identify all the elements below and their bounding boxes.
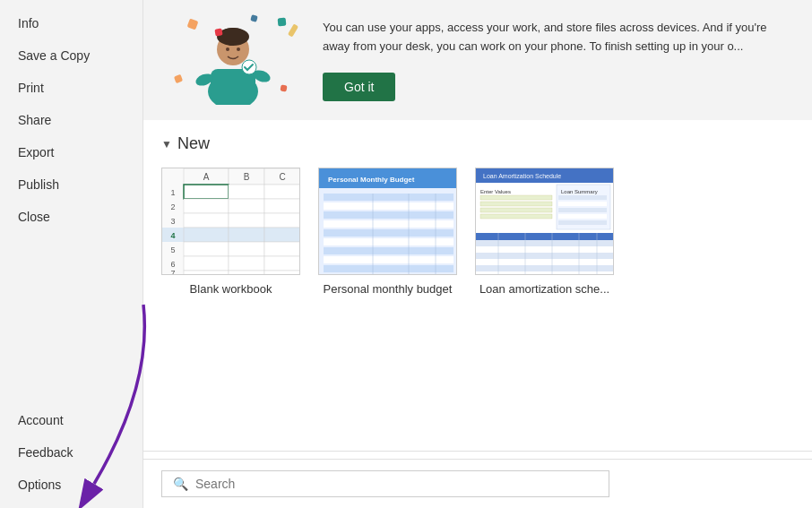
divider — [143, 451, 812, 452]
got-it-button[interactable]: Got it — [323, 73, 395, 101]
svg-rect-68 — [558, 195, 607, 200]
svg-text:Personal Monthly Budget: Personal Monthly Budget — [328, 176, 415, 184]
svg-rect-46 — [264, 271, 300, 275]
main-content: You can use your apps, access your work,… — [143, 0, 812, 508]
sidebar-item-account[interactable]: Account — [0, 404, 143, 436]
svg-rect-58 — [324, 256, 454, 263]
sidebar-item-print[interactable]: Print — [0, 72, 143, 104]
chevron-down-icon: ▼ — [161, 138, 172, 151]
svg-rect-75 — [480, 202, 552, 206]
svg-point-3 — [220, 28, 246, 42]
svg-text:Loan Amortization Schedule: Loan Amortization Schedule — [483, 173, 561, 179]
new-section-title: New — [177, 134, 210, 153]
svg-rect-71 — [558, 214, 607, 219]
blank-workbook-label: Blank workbook — [190, 282, 272, 296]
svg-rect-40 — [184, 256, 229, 271]
templates-row: A B C 1 — [161, 168, 794, 296]
svg-rect-23 — [184, 199, 229, 213]
svg-rect-27 — [184, 213, 229, 228]
svg-rect-33 — [229, 228, 264, 242]
svg-rect-77 — [480, 214, 552, 219]
sidebar-item-close[interactable]: Close — [0, 201, 143, 233]
svg-rect-80 — [476, 246, 614, 253]
svg-rect-83 — [476, 265, 614, 271]
template-loan-amortization[interactable]: Loan Amortization Schedule Loan Summary … — [475, 168, 614, 296]
svg-rect-52 — [324, 202, 454, 210]
search-bar-area: 🔍 — [143, 459, 812, 508]
svg-rect-72 — [558, 220, 607, 225]
search-input[interactable] — [195, 477, 598, 491]
svg-rect-59 — [324, 265, 454, 272]
svg-text:3: 3 — [170, 217, 175, 226]
sidebar-item-export[interactable]: Export — [0, 136, 143, 168]
sidebar: InfoSave a CopyPrintShareExportPublishCl… — [0, 0, 143, 508]
svg-rect-76 — [480, 208, 552, 212]
svg-rect-20 — [229, 185, 264, 199]
svg-rect-29 — [264, 213, 300, 228]
new-section: ▼ New A — [143, 120, 812, 443]
loan-amortization-thumb: Loan Amortization Schedule Loan Summary … — [475, 168, 614, 275]
personal-budget-label: Personal monthly budget — [324, 282, 453, 296]
svg-rect-54 — [324, 220, 454, 228]
search-bar[interactable]: 🔍 — [161, 470, 609, 497]
sidebar-item-feedback[interactable]: Feedback — [0, 436, 143, 469]
banner-text: You can use your apps, access your work,… — [323, 19, 794, 56]
svg-rect-19 — [184, 185, 229, 199]
svg-point-8 — [237, 47, 240, 51]
svg-rect-78 — [476, 233, 614, 240]
svg-rect-36 — [184, 242, 229, 256]
svg-rect-82 — [476, 259, 614, 265]
template-blank-workbook[interactable]: A B C 1 — [161, 168, 300, 296]
svg-text:1: 1 — [170, 188, 175, 197]
svg-rect-42 — [264, 256, 300, 271]
svg-text:7: 7 — [170, 269, 175, 275]
svg-rect-56 — [324, 238, 454, 245]
svg-text:Loan Summary: Loan Summary — [561, 189, 598, 194]
svg-rect-32 — [184, 228, 229, 242]
banner-section: You can use your apps, access your work,… — [143, 0, 812, 120]
svg-text:6: 6 — [170, 260, 175, 269]
svg-text:B: B — [244, 172, 250, 182]
svg-text:C: C — [279, 172, 285, 182]
template-personal-budget[interactable]: Personal Monthly Budget — [318, 168, 457, 296]
svg-rect-25 — [264, 199, 300, 213]
svg-text:5: 5 — [170, 245, 175, 254]
svg-rect-79 — [476, 240, 614, 246]
svg-text:4: 4 — [170, 231, 175, 240]
svg-rect-45 — [229, 271, 264, 275]
banner-illustration — [161, 11, 305, 109]
blank-workbook-thumb: A B C 1 — [161, 168, 300, 275]
svg-rect-74 — [480, 195, 552, 200]
new-header: ▼ New — [161, 134, 794, 153]
svg-rect-69 — [558, 202, 607, 206]
svg-rect-37 — [229, 242, 264, 256]
svg-rect-41 — [229, 256, 264, 271]
sidebar-item-save-copy[interactable]: Save a Copy — [0, 39, 143, 72]
svg-point-7 — [226, 47, 229, 51]
svg-rect-38 — [264, 242, 300, 256]
search-icon: 🔍 — [173, 477, 188, 491]
svg-rect-21 — [264, 185, 300, 199]
svg-rect-55 — [324, 229, 454, 237]
svg-text:2: 2 — [170, 202, 175, 211]
svg-rect-34 — [264, 228, 300, 242]
sidebar-item-info[interactable]: Info — [0, 7, 143, 39]
svg-rect-81 — [476, 253, 614, 259]
banner-text-area: You can use your apps, access your work,… — [323, 19, 794, 101]
svg-rect-70 — [558, 208, 607, 212]
sidebar-item-options[interactable]: Options — [0, 469, 143, 501]
svg-rect-53 — [324, 211, 454, 219]
svg-rect-28 — [229, 213, 264, 228]
personal-budget-thumb: Personal Monthly Budget — [318, 168, 457, 275]
svg-rect-24 — [229, 199, 264, 213]
svg-text:A: A — [203, 172, 210, 182]
sidebar-item-publish[interactable]: Publish — [0, 168, 143, 201]
sidebar-item-share[interactable]: Share — [0, 104, 143, 136]
svg-rect-51 — [324, 194, 454, 201]
svg-rect-57 — [324, 247, 454, 254]
svg-rect-44 — [184, 271, 229, 275]
svg-text:Enter Values: Enter Values — [480, 189, 511, 194]
loan-amortization-label: Loan amortization sche... — [479, 282, 609, 296]
